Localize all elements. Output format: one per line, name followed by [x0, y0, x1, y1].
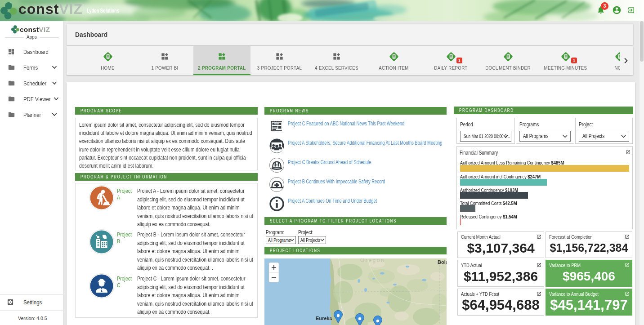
svg-text:Eureka: Eureka [316, 316, 333, 321]
svg-text:Bois: Bois [438, 259, 447, 265]
svg-text:- NEWS -: - NEWS - [273, 123, 281, 125]
svg-text:Oregon: Oregon [360, 258, 385, 263]
